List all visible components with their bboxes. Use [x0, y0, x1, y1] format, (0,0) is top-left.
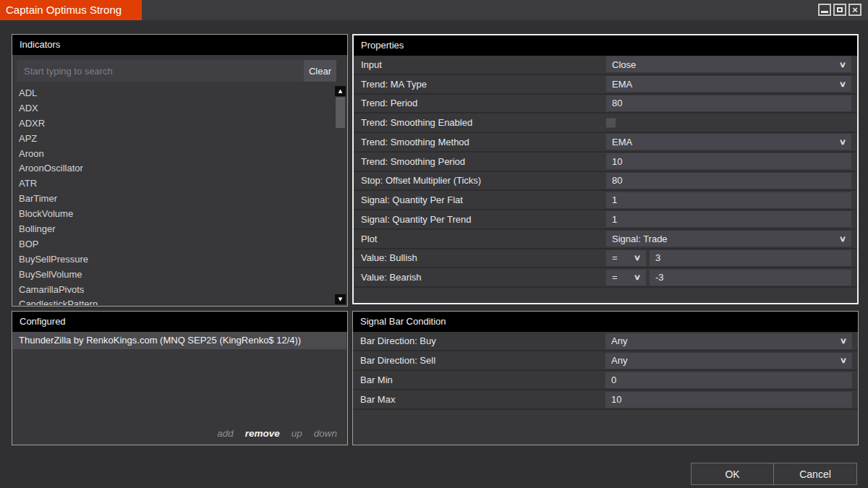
- list-item[interactable]: BlockVolume: [13, 207, 335, 222]
- cancel-button[interactable]: Cancel: [773, 463, 857, 485]
- field-value: 10: [611, 394, 846, 405]
- properties-rows: Input Close ∨ Trend: MA Type EMA ∨ Trend…: [354, 56, 857, 288]
- property-label: Value: Bearish: [361, 268, 422, 286]
- field-value: 0: [611, 374, 846, 385]
- list-item[interactable]: ADXR: [13, 116, 335, 132]
- property-row-trend-smoothing-enabled: Trend: Smoothing Enabled: [354, 114, 857, 133]
- ok-button[interactable]: OK: [691, 463, 774, 485]
- dropdown-value: EMA: [612, 79, 840, 90]
- list-item[interactable]: Bollinger: [13, 222, 335, 237]
- add-button[interactable]: add: [217, 428, 234, 439]
- property-label: Stop: Offset Multiplier (Ticks): [361, 172, 481, 190]
- field-value: -3: [655, 272, 846, 283]
- signal-row-bar-direction-buy: Bar Direction: Buy Any ∨: [353, 332, 858, 351]
- signal-rows: Bar Direction: Buy Any ∨ Bar Direction: …: [353, 332, 858, 410]
- trend-period-input[interactable]: 80: [606, 95, 851, 111]
- window-controls: ×: [818, 4, 861, 16]
- indicator-search-group: Clear: [17, 60, 336, 82]
- property-label: Trend: Period: [361, 95, 417, 113]
- window-title: Captain Optimus Strong: [0, 0, 142, 20]
- property-row-stop-offset-multiplier: Stop: Offset Multiplier (Ticks) 80: [354, 172, 857, 192]
- smoothing-enabled-checkbox[interactable]: [606, 118, 616, 127]
- field-value: 1: [612, 214, 846, 225]
- bullish-value-input[interactable]: 3: [650, 250, 851, 266]
- input-dropdown[interactable]: Close ∨: [606, 56, 851, 72]
- property-row-quantity-per-trend: Signal: Quantity Per Trend 1: [354, 210, 857, 230]
- list-item[interactable]: CamarillaPivots: [13, 283, 335, 298]
- list-item[interactable]: ATR: [13, 176, 335, 192]
- property-row-trend-period: Trend: Period 80: [354, 95, 857, 114]
- list-item[interactable]: ADL: [13, 86, 335, 101]
- indicators-panel-title: Indicators: [12, 35, 347, 55]
- property-label: Bar Direction: Buy: [360, 332, 436, 350]
- list-item[interactable]: BuySellPressure: [13, 252, 335, 267]
- property-label: Plot: [361, 230, 377, 248]
- trend-ma-type-dropdown[interactable]: EMA ∨: [606, 76, 851, 92]
- property-label: Trend: MA Type: [361, 75, 427, 93]
- field-value: 80: [612, 175, 846, 186]
- trend-smoothing-period-input[interactable]: 10: [606, 153, 851, 169]
- operator-value: =: [612, 272, 634, 283]
- bar-direction-sell-dropdown[interactable]: Any ∨: [605, 353, 852, 369]
- dropdown-value: Any: [611, 355, 841, 366]
- configured-panel: Configured ThunderZilla by RenkoKings.co…: [12, 311, 348, 445]
- chevron-down-icon: ∨: [839, 234, 846, 244]
- dropdown-value: Signal: Trade: [612, 234, 840, 244]
- list-item[interactable]: CandlestickPattern: [13, 297, 335, 305]
- scroll-down-icon[interactable]: ▼: [335, 294, 346, 304]
- indicator-search-input[interactable]: [17, 60, 304, 82]
- operator-value: =: [612, 252, 634, 263]
- property-row-trend-ma-type: Trend: MA Type EMA ∨: [354, 75, 857, 95]
- property-label: Value: Bullish: [361, 249, 417, 267]
- list-item[interactable]: ADX: [13, 101, 335, 116]
- property-label: Signal: Quantity Per Trend: [361, 210, 471, 228]
- signal-row-bar-max: Bar Max 10: [353, 390, 858, 410]
- indicators-panel: Indicators Clear ADL ADX ADXR APZ Aroon …: [12, 34, 348, 307]
- up-button[interactable]: up: [292, 428, 302, 439]
- property-row-trend-smoothing-period: Trend: Smoothing Period 10: [354, 153, 857, 172]
- list-item[interactable]: AroonOscillator: [13, 161, 335, 176]
- minimize-icon: [821, 11, 828, 13]
- bar-max-input[interactable]: 10: [605, 392, 852, 408]
- list-item[interactable]: BarTimer: [13, 192, 335, 207]
- list-item[interactable]: BuySellVolume: [13, 267, 335, 283]
- indicator-list-scrollbar[interactable]: ▲ ▼: [335, 86, 346, 304]
- close-icon: ×: [850, 5, 860, 14]
- scrollbar-thumb[interactable]: [336, 98, 345, 128]
- chevron-down-icon: ∨: [839, 80, 846, 89]
- quantity-per-trend-input[interactable]: 1: [606, 211, 851, 227]
- stop-offset-multiplier-input[interactable]: 80: [606, 173, 851, 189]
- remove-button[interactable]: remove: [245, 428, 280, 439]
- bullish-operator-dropdown[interactable]: = ∨: [606, 250, 646, 266]
- chevron-down-icon: ∨: [839, 137, 846, 147]
- maximize-button[interactable]: [833, 4, 846, 16]
- dropdown-value: Close: [612, 59, 840, 70]
- chevron-down-icon: ∨: [840, 336, 847, 346]
- close-button[interactable]: ×: [848, 4, 861, 16]
- property-label: Signal: Quantity Per Flat: [361, 191, 463, 209]
- bar-min-input[interactable]: 0: [605, 372, 852, 388]
- signal-bar-condition-panel: Signal Bar Condition Bar Direction: Buy …: [352, 311, 859, 445]
- trend-smoothing-method-dropdown[interactable]: EMA ∨: [606, 134, 851, 150]
- properties-panel-title: Properties: [354, 35, 857, 56]
- clear-search-button[interactable]: Clear: [304, 60, 336, 82]
- dropdown-value: EMA: [612, 137, 840, 147]
- signal-row-bar-min: Bar Min 0: [353, 371, 858, 390]
- bearish-operator-dropdown[interactable]: = ∨: [606, 270, 646, 286]
- bearish-value-input[interactable]: -3: [650, 270, 851, 286]
- list-item[interactable]: BOP: [13, 237, 335, 252]
- configured-actions: add remove up down: [217, 428, 337, 439]
- plot-dropdown[interactable]: Signal: Trade ∨: [606, 231, 851, 247]
- field-value: 80: [612, 98, 846, 108]
- property-row-value-bullish: Value: Bullish = ∨ 3: [354, 249, 857, 269]
- quantity-per-flat-input[interactable]: 1: [606, 192, 851, 208]
- chevron-down-icon: ∨: [839, 60, 846, 69]
- list-item[interactable]: APZ: [13, 132, 335, 147]
- bar-direction-buy-dropdown[interactable]: Any ∨: [605, 333, 852, 349]
- scroll-up-icon[interactable]: ▲: [335, 86, 346, 96]
- minimize-button[interactable]: [818, 4, 831, 16]
- list-item[interactable]: Aroon: [13, 147, 335, 162]
- configured-item-selected[interactable]: ThunderZilla by RenkoKings.com (MNQ SEP2…: [13, 332, 346, 349]
- down-button[interactable]: down: [314, 428, 337, 439]
- dropdown-value: Any: [611, 335, 841, 346]
